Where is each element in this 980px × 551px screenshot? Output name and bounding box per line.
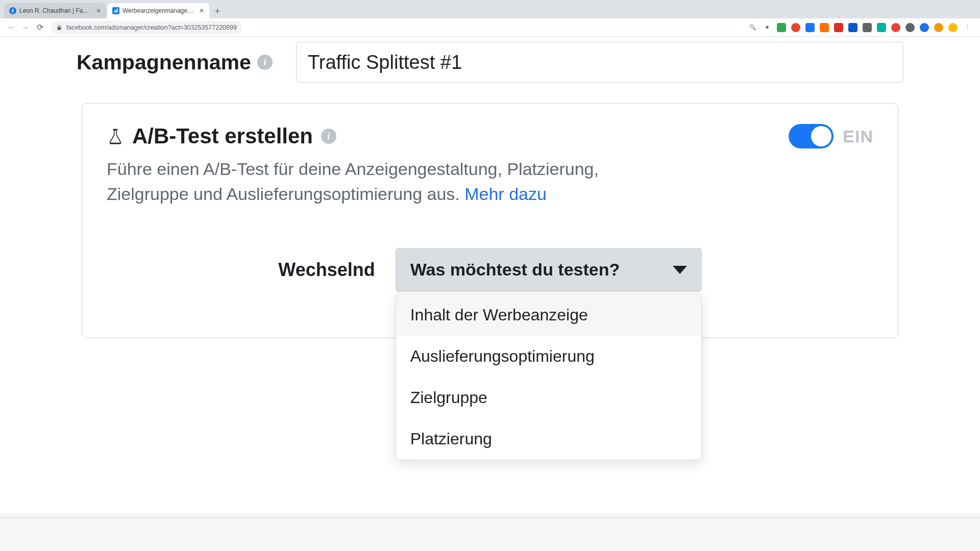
extension-icon[interactable]	[791, 23, 800, 32]
close-icon[interactable]: ✕	[199, 7, 204, 14]
browser-tab[interactable]: Leon R. Chaudhari | Facebook ✕	[4, 3, 106, 18]
ab-test-description: Führe einen A/B-Test für deine Anzeigeng…	[107, 157, 668, 207]
campaign-name-label-wrap: Kampagnenname i	[77, 51, 296, 74]
ab-test-card: A/B-Test erstellen i EIN Führe einen A/B…	[82, 103, 898, 338]
lock-icon	[56, 24, 62, 31]
variable-select-button[interactable]: Was möchtest du testen?	[396, 248, 702, 292]
variable-select-row: Wechselnd Was möchtest du testen? Inhalt…	[107, 248, 873, 292]
ab-test-toggle[interactable]	[789, 124, 834, 148]
svg-rect-4	[117, 9, 118, 13]
toolbar-icons: 🔍 ★ ⋮	[748, 23, 976, 32]
variable-dropdown: Inhalt der Werbeanzeige Auslieferungsopt…	[396, 294, 702, 460]
svg-rect-2	[114, 11, 115, 13]
variable-select-label: Wechselnd	[278, 259, 375, 281]
chevron-down-icon	[673, 266, 687, 274]
info-icon[interactable]: i	[257, 55, 273, 70]
extension-icon[interactable]	[891, 23, 900, 32]
browser-tab[interactable]: Werbeanzeigenmanager - Cre… ✕	[107, 3, 209, 18]
back-button[interactable]: ←	[4, 20, 18, 35]
variable-select-placeholder: Was möchtest du testen?	[410, 260, 663, 280]
extension-icon[interactable]	[863, 23, 872, 32]
ab-test-header: A/B-Test erstellen i EIN	[107, 124, 873, 148]
facebook-favicon-icon	[9, 7, 16, 14]
toggle-state-label: EIN	[843, 127, 873, 146]
extension-icon[interactable]	[905, 23, 915, 32]
browser-chrome: Leon R. Chaudhari | Facebook ✕ Werbeanze…	[0, 0, 980, 37]
ab-test-title: A/B-Test erstellen	[132, 124, 313, 148]
dropdown-option[interactable]: Inhalt der Werbeanzeige	[396, 294, 701, 336]
page-divider	[0, 512, 980, 519]
forward-button[interactable]: →	[18, 20, 33, 35]
tab-title: Werbeanzeigenmanager - Cre…	[122, 7, 195, 14]
extension-icon[interactable]	[848, 23, 857, 32]
new-tab-button[interactable]: +	[210, 4, 225, 18]
reload-button[interactable]: ⟳	[33, 20, 47, 35]
tab-strip: Leon R. Chaudhari | Facebook ✕ Werbeanze…	[0, 0, 980, 18]
menu-icon[interactable]: ⋮	[963, 23, 972, 32]
url-input[interactable]: facebook.com/adsmanager/creation?act=303…	[51, 21, 242, 34]
extension-icon[interactable]: 🔍	[748, 23, 757, 32]
adsmanager-favicon-icon	[112, 7, 119, 14]
extension-icon[interactable]	[777, 23, 786, 32]
learn-more-link[interactable]: Mehr dazu	[464, 184, 547, 204]
campaign-name-row: Kampagnenname i	[56, 42, 924, 83]
campaign-name-input[interactable]	[296, 42, 903, 83]
address-bar: ← → ⟳ facebook.com/adsmanager/creation?a…	[0, 18, 980, 37]
info-icon[interactable]: i	[321, 129, 336, 144]
url-text: facebook.com/adsmanager/creation?act=303…	[66, 24, 237, 31]
toggle-knob	[811, 126, 831, 146]
extension-icon[interactable]	[834, 23, 843, 32]
flask-icon	[107, 128, 124, 145]
page-content: Kampagnenname i A/B-Test erstellen i EIN…	[0, 37, 980, 519]
ab-test-title-wrap: A/B-Test erstellen i	[107, 124, 336, 148]
extension-icon[interactable]	[805, 23, 815, 32]
profile-avatar-icon[interactable]	[948, 23, 958, 32]
dropdown-option[interactable]: Auslieferungsoptimierung	[396, 336, 701, 377]
close-icon[interactable]: ✕	[96, 7, 101, 14]
extension-icon[interactable]	[877, 23, 886, 32]
extension-icon[interactable]: ★	[763, 23, 772, 32]
extension-icon[interactable]	[820, 23, 829, 32]
dropdown-option[interactable]: Platzierung	[396, 418, 701, 460]
variable-select: Was möchtest du testen? Inhalt der Werbe…	[396, 248, 702, 292]
ab-test-toggle-wrap: EIN	[789, 124, 873, 148]
extension-icon[interactable]	[920, 23, 929, 32]
campaign-name-label: Kampagnenname	[77, 51, 251, 74]
tab-title: Leon R. Chaudhari | Facebook	[19, 7, 92, 14]
extension-icon[interactable]	[934, 23, 943, 32]
svg-rect-3	[115, 10, 116, 13]
dropdown-option[interactable]: Zielgruppe	[396, 377, 701, 418]
